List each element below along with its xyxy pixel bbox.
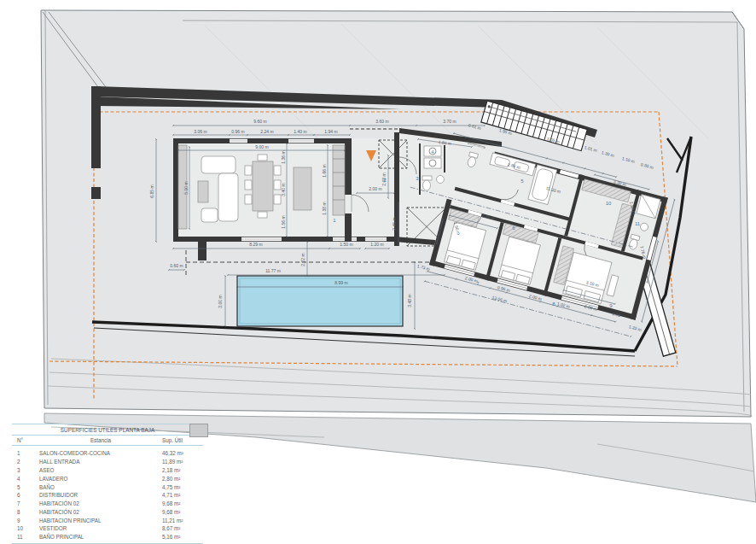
dim-label: 3.48 m [407,294,412,307]
dim-label: 1.56 m [281,215,286,228]
dim-label: 1.38 m [322,202,327,214]
wash-basin [437,176,445,184]
kitchen-island [294,167,311,210]
dim-label: 2.45 m [392,217,397,230]
dim-label: 1.20 m [370,242,383,247]
column-header-number: N° [12,437,39,443]
dim-label: 5.10 m [183,181,189,194]
table-row: 6DISTRIBUIDOR4,71 m² [12,491,203,500]
dim-label: 2.22 m [300,253,305,266]
dim-label: 1.36 m [281,150,286,163]
table-row: 3ASEO2,18 m² [12,466,203,475]
dim-label: 3.60 m [375,119,388,124]
kitchen-side-unit [198,181,208,202]
areas-table: SUPERFICIES UTILES PLANTA BAJA N° Estanc… [12,424,203,543]
table-row: 7HABITACIÓN 029,68 m² [12,500,203,508]
dim-label: 9.00 m [255,144,268,149]
table-row: 10VESTIDOR8,67 m² [12,524,203,533]
table-row: 2HALL ENTRADA11,89 m² [12,458,203,466]
table-row: 5BAÑO4,75 m² [12,483,203,491]
floor-plan-page: 9.60 m 3.06 m 0.96 m 2.24 m 1.40 m 1.94 … [0,0,756,544]
table-row: 4LAVADERO2,80 m² [12,474,203,483]
table-row: 11BAÑO PRINCIPAL5,16 m² [12,533,203,541]
dim-label: 3.06 m [194,129,206,134]
dim-label: 2.00 m [369,186,381,191]
viewport-corner-tab [189,424,208,437]
dim-label: 8.29 m [249,242,262,247]
dim-label: 1.66 m [322,164,327,177]
areas-table-header: N° Estancia Sup. Útil [12,436,203,446]
room-number: 11 [635,221,641,226]
pool [237,276,403,326]
dim-label: 3.40 m [281,183,286,196]
dim-label: 0.96 m [231,129,244,134]
table-row: 8HABITACIÓN 029,68 m² [12,507,203,516]
dim-label: 6.85 m [149,184,154,197]
dim-label: 2.24 m [260,129,273,134]
column-header-room: Estancia [39,437,162,443]
kitchen-cabinets [333,145,345,215]
table-row: 9HABITACION PRINCIPAL11,21 m² [12,516,203,524]
dim-label: 0.60 m [170,263,183,268]
room-number: 10 [606,201,612,206]
areas-table-title: SUPERFICIES UTILES PLANTA BAJA [12,424,203,436]
dim-label: 11.77 m [265,268,281,273]
table-row: 1SALON-COMEDOR-COCINA46,32 m² [12,449,203,458]
dim-label: 3.70 m [443,119,456,124]
column-header-area: Sup. Útil [162,437,203,443]
dim-label: 1.94 m [324,129,337,134]
dim-label: 9.60 m [253,119,266,124]
dim-label: 1.50 m [340,242,352,247]
dim-label: 3.00 m [218,295,223,307]
dim-label: 8.99 m [334,280,347,285]
dim-label: 1.40 m [294,129,306,134]
